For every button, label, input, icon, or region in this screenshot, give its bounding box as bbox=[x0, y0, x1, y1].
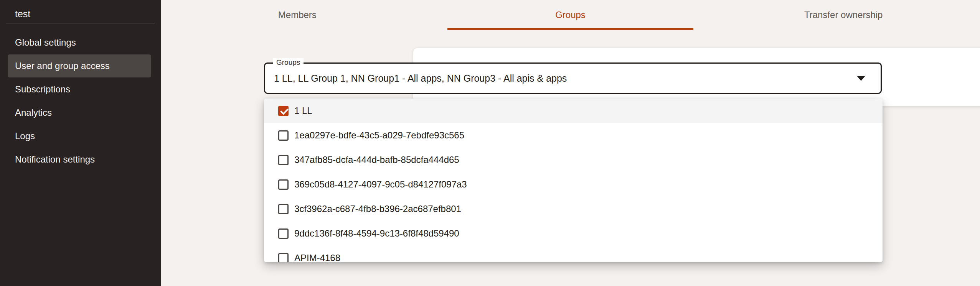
tab-bar: Members Groups Transfer ownership bbox=[161, 0, 980, 30]
sidebar-item-global-settings[interactable]: Global settings bbox=[8, 31, 151, 54]
tab-members-label: Members bbox=[278, 10, 317, 20]
checkbox-checked-icon[interactable] bbox=[278, 106, 289, 116]
dropdown-option-369c05d8[interactable]: 369c05d8-4127-4097-9c05-d84127f097a3 bbox=[264, 172, 883, 197]
checkbox-unchecked-icon[interactable] bbox=[278, 179, 289, 190]
dropdown-option-label: 1 LL bbox=[294, 105, 312, 116]
dropdown-option-1-ll[interactable]: 1 LL bbox=[264, 99, 883, 123]
dropdown-option-3cf3962a[interactable]: 3cf3962a-c687-4fb8-b396-2ac687efb801 bbox=[264, 197, 883, 221]
groups-select-label: Groups bbox=[273, 58, 304, 67]
sidebar-item-subscriptions[interactable]: Subscriptions bbox=[8, 78, 151, 101]
tab-transfer-ownership-label: Transfer ownership bbox=[804, 10, 883, 20]
checkbox-unchecked-icon[interactable] bbox=[278, 130, 289, 141]
dropdown-option-label: 9ddc136f-8f48-4594-9c13-6f8f48d59490 bbox=[294, 228, 459, 239]
tab-members[interactable]: Members bbox=[161, 0, 434, 30]
dropdown-option-9ddc136f[interactable]: 9ddc136f-8f48-4594-9c13-6f8f48d59490 bbox=[264, 221, 883, 246]
dropdown-option-label: 3cf3962a-c687-4fb8-b396-2ac687efb801 bbox=[294, 204, 461, 214]
checkbox-unchecked-icon[interactable] bbox=[278, 228, 289, 239]
sidebar: test Global settings User and group acce… bbox=[0, 0, 161, 286]
tab-groups[interactable]: Groups bbox=[434, 0, 707, 30]
tab-groups-label: Groups bbox=[555, 10, 586, 20]
sidebar-item-analytics[interactable]: Analytics bbox=[8, 101, 151, 124]
groups-select-value: 1 LL, LL Group 1, NN Group1 - All apps, … bbox=[274, 73, 849, 84]
sidebar-item-user-and-group-access[interactable]: User and group access bbox=[8, 54, 151, 77]
groups-dropdown-menu: 1 LL 1ea0297e-bdfe-43c5-a029-7ebdfe93c56… bbox=[264, 99, 883, 262]
active-tab-indicator bbox=[447, 28, 693, 30]
sidebar-nav: Global settings User and group access Su… bbox=[0, 31, 161, 171]
dropdown-option-label: 1ea0297e-bdfe-43c5-a029-7ebdfe93c565 bbox=[294, 130, 464, 141]
tab-transfer-ownership[interactable]: Transfer ownership bbox=[707, 0, 980, 30]
checkbox-unchecked-icon[interactable] bbox=[278, 155, 289, 165]
dropdown-option-347afb85[interactable]: 347afb85-dcfa-444d-bafb-85dcfa444d65 bbox=[264, 148, 883, 172]
sidebar-item-logs[interactable]: Logs bbox=[8, 125, 151, 148]
workspace-title: test bbox=[0, 0, 161, 23]
dropdown-option-label: APIM-4168 bbox=[294, 253, 340, 262]
dropdown-option-apim-4168[interactable]: APIM-4168 bbox=[264, 246, 883, 262]
checkbox-unchecked-icon[interactable] bbox=[278, 204, 289, 214]
dropdown-option-label: 369c05d8-4127-4097-9c05-d84127f097a3 bbox=[294, 179, 467, 190]
dropdown-option-1ea0297e[interactable]: 1ea0297e-bdfe-43c5-a029-7ebdfe93c565 bbox=[264, 123, 883, 148]
sidebar-divider bbox=[6, 23, 155, 23]
sidebar-item-notification-settings[interactable]: Notification settings bbox=[8, 148, 151, 171]
groups-select[interactable]: Groups 1 LL, LL Group 1, NN Group1 - All… bbox=[264, 62, 882, 94]
checkbox-unchecked-icon[interactable] bbox=[278, 253, 289, 263]
dropdown-option-label: 347afb85-dcfa-444d-bafb-85dcfa444d65 bbox=[294, 155, 459, 165]
chevron-down-icon bbox=[857, 76, 865, 81]
